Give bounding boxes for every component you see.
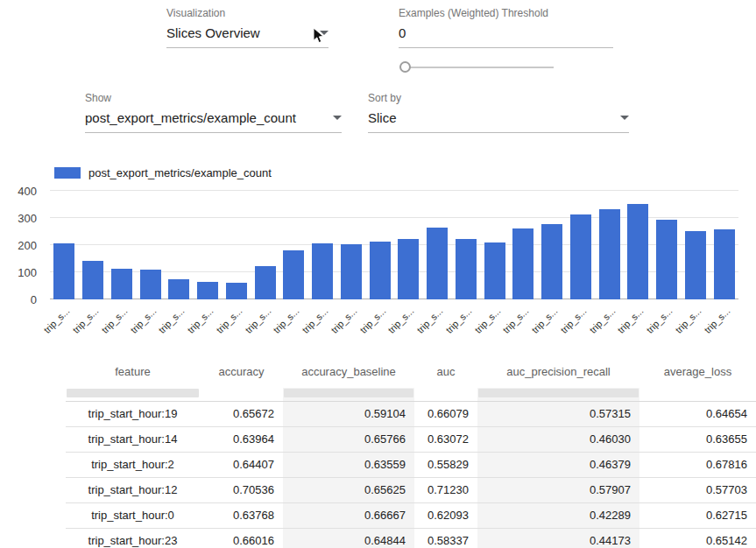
legend-label: post_export_metrics/example_count bbox=[88, 166, 272, 179]
column-header[interactable]: average_loss bbox=[639, 355, 756, 388]
threshold-input[interactable]: 0 bbox=[399, 25, 613, 48]
metric-cell: 0.63768 bbox=[200, 502, 283, 528]
bar[interactable] bbox=[111, 269, 132, 299]
metric-cell: 0.71230 bbox=[414, 477, 477, 502]
table-row[interactable]: trip_start_hour:190.656720.591040.660790… bbox=[66, 401, 756, 426]
sort-by-control: Sort by Slice bbox=[368, 92, 629, 133]
metric-cell: 0.65142 bbox=[639, 528, 756, 548]
bar[interactable] bbox=[168, 279, 189, 299]
bar[interactable] bbox=[599, 209, 620, 299]
bar[interactable] bbox=[255, 266, 276, 299]
feature-cell: trip_start_hour:23 bbox=[66, 528, 200, 548]
metric-cell: 0.63559 bbox=[283, 452, 414, 477]
metric-cell: 0.55829 bbox=[414, 452, 477, 477]
bar[interactable] bbox=[197, 282, 218, 299]
table-row[interactable]: trip_start_hour:230.660160.648440.583370… bbox=[66, 528, 756, 548]
metric-cell: 0.57703 bbox=[639, 477, 756, 502]
column-header[interactable]: feature bbox=[66, 355, 200, 388]
bar[interactable] bbox=[456, 239, 477, 299]
metric-cell: 0.42289 bbox=[477, 502, 639, 528]
show-control: Show post_export_metrics/example_count bbox=[85, 92, 342, 133]
bar[interactable] bbox=[226, 283, 247, 299]
bar[interactable] bbox=[484, 242, 505, 299]
bar[interactable] bbox=[312, 243, 333, 299]
filter-cell bbox=[66, 388, 200, 401]
y-axis-labels: 0100200300400 bbox=[0, 191, 42, 299]
visualization-label: Visualization bbox=[166, 7, 329, 19]
bar[interactable] bbox=[140, 270, 161, 299]
column-header[interactable]: auc bbox=[414, 355, 477, 388]
filter-cell bbox=[639, 388, 756, 401]
slider-handle[interactable] bbox=[399, 61, 411, 73]
y-axis-tick-label: 300 bbox=[18, 212, 37, 225]
filter-input[interactable] bbox=[478, 389, 639, 397]
feature-cell: trip_start_hour:2 bbox=[66, 452, 200, 477]
bar[interactable] bbox=[512, 228, 533, 299]
filter-cell bbox=[283, 388, 414, 401]
bar[interactable] bbox=[370, 242, 391, 299]
metrics-table: featureaccuracyaccuracy_baselineaucauc_p… bbox=[66, 355, 756, 548]
metric-cell: 0.66016 bbox=[200, 528, 283, 548]
chevron-down-icon[interactable] bbox=[620, 116, 629, 120]
mouse-cursor-icon bbox=[313, 27, 325, 48]
bar[interactable] bbox=[427, 228, 448, 299]
bar[interactable] bbox=[82, 261, 103, 299]
metric-cell: 0.57315 bbox=[477, 401, 639, 426]
table-header-row: featureaccuracyaccuracy_baselineaucauc_p… bbox=[66, 355, 756, 388]
column-header[interactable]: accuracy_baseline bbox=[283, 355, 414, 388]
filter-cell bbox=[414, 388, 477, 401]
feature-cell: trip_start_hour:12 bbox=[66, 477, 200, 502]
y-axis-tick-label: 400 bbox=[18, 185, 37, 198]
bar[interactable] bbox=[627, 204, 648, 299]
table-row[interactable]: trip_start_hour:140.639640.657660.630720… bbox=[66, 426, 756, 452]
metric-cell: 0.63964 bbox=[200, 426, 283, 452]
table-row[interactable]: trip_start_hour:120.705360.656250.712300… bbox=[66, 477, 756, 502]
bars bbox=[50, 191, 738, 299]
metric-cell: 0.58337 bbox=[414, 528, 477, 548]
metric-cell: 0.63072 bbox=[414, 426, 477, 452]
chart-plot-area bbox=[50, 191, 738, 299]
bar[interactable] bbox=[53, 243, 74, 299]
filter-cell bbox=[200, 388, 283, 401]
visualization-control: Visualization Slices Overview bbox=[166, 7, 329, 48]
filter-input[interactable] bbox=[67, 389, 199, 397]
slider-track[interactable] bbox=[400, 67, 554, 68]
metric-cell: 0.57907 bbox=[477, 477, 639, 502]
metric-cell: 0.65672 bbox=[200, 401, 283, 426]
bar[interactable] bbox=[570, 214, 591, 299]
bar[interactable] bbox=[341, 244, 362, 299]
chevron-down-icon[interactable] bbox=[333, 116, 342, 120]
sort-by-dropdown-value: Slice bbox=[368, 110, 397, 125]
sort-by-dropdown[interactable]: Slice bbox=[368, 110, 629, 133]
sort-by-label: Sort by bbox=[368, 92, 629, 104]
metric-cell: 0.62715 bbox=[639, 502, 756, 528]
table-row[interactable]: trip_start_hour:00.637680.666670.620930.… bbox=[66, 502, 756, 528]
metric-cell: 0.46030 bbox=[477, 426, 639, 452]
column-header[interactable]: auc_precision_recall bbox=[477, 355, 639, 388]
metric-cell: 0.66667 bbox=[283, 502, 414, 528]
show-label: Show bbox=[85, 92, 342, 104]
filter-cell bbox=[477, 388, 639, 401]
feature-cell: trip_start_hour:14 bbox=[66, 426, 200, 452]
filter-input[interactable] bbox=[284, 389, 413, 397]
y-axis-tick-label: 200 bbox=[18, 239, 37, 252]
bar[interactable] bbox=[714, 229, 735, 299]
threshold-slider[interactable] bbox=[400, 61, 554, 73]
metric-cell: 0.64407 bbox=[200, 452, 283, 477]
bar[interactable] bbox=[685, 231, 706, 299]
bar[interactable] bbox=[541, 224, 562, 299]
column-header[interactable]: accuracy bbox=[200, 355, 283, 388]
metric-cell: 0.59104 bbox=[283, 401, 414, 426]
table-row[interactable]: trip_start_hour:20.644070.635590.558290.… bbox=[66, 452, 756, 477]
metric-cell: 0.44173 bbox=[477, 528, 639, 548]
bar[interactable] bbox=[398, 239, 419, 299]
y-axis-tick-label: 100 bbox=[18, 266, 37, 279]
bar[interactable] bbox=[283, 250, 304, 299]
visualization-dropdown[interactable]: Slices Overview bbox=[166, 25, 329, 48]
bar[interactable] bbox=[656, 220, 677, 299]
table-filter-row bbox=[66, 388, 756, 401]
metric-cell: 0.46379 bbox=[477, 452, 639, 477]
x-axis-labels: trip_s...trip_s...trip_s...trip_s...trip… bbox=[50, 299, 738, 348]
metric-cell: 0.66079 bbox=[414, 401, 477, 426]
show-dropdown[interactable]: post_export_metrics/example_count bbox=[85, 110, 342, 133]
